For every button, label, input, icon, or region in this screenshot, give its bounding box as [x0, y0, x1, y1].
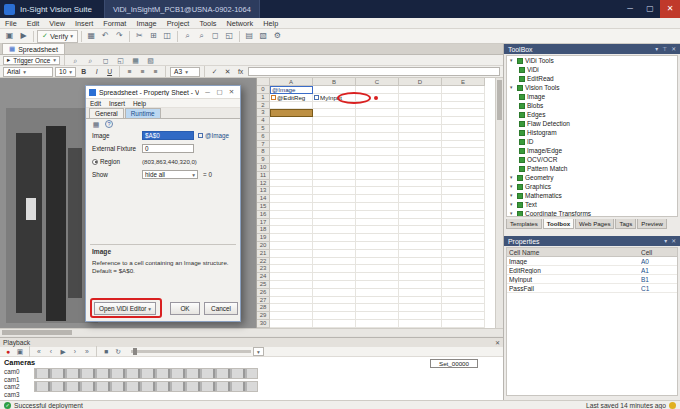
cell-E13[interactable]	[442, 187, 485, 195]
cell-D25[interactable]	[399, 281, 442, 289]
cell-B17[interactable]	[313, 219, 356, 227]
dialog-menu-help[interactable]: Help	[129, 100, 150, 107]
cell-C2[interactable]	[356, 102, 399, 110]
cell-B24[interactable]	[313, 273, 356, 281]
row-header-3[interactable]: 3	[257, 109, 270, 117]
cell-C1[interactable]	[356, 94, 399, 102]
panel-tab-web-pages[interactable]: Web Pages	[575, 219, 614, 229]
cell-B14[interactable]	[313, 195, 356, 203]
cell-D7[interactable]	[399, 141, 442, 149]
grid-vertical-scrollbar[interactable]	[495, 78, 503, 328]
row-header-25[interactable]: 25	[257, 281, 270, 289]
cell-E11[interactable]	[442, 172, 485, 180]
cell-D29[interactable]	[399, 312, 442, 320]
font-family-dropdown[interactable]: Arial▾	[3, 67, 53, 77]
cell-E17[interactable]	[442, 219, 485, 227]
dialog-menu-insert[interactable]: Insert	[105, 100, 129, 107]
row-header-8[interactable]: 8	[257, 148, 270, 156]
column-header-d[interactable]: D	[399, 78, 442, 86]
cell-D12[interactable]	[399, 180, 442, 188]
cell-A13[interactable]	[270, 187, 313, 195]
insert-function-icon[interactable]: ▦	[91, 120, 101, 129]
cell-A14[interactable]	[270, 195, 313, 203]
property-cell-link[interactable]: A1	[641, 267, 675, 274]
cell-D18[interactable]	[399, 226, 442, 234]
menu-format[interactable]: Format	[98, 19, 131, 28]
row-header-9[interactable]: 9	[257, 156, 270, 164]
cell-E18[interactable]	[442, 226, 485, 234]
cell-C14[interactable]	[356, 195, 399, 203]
cell-E15[interactable]	[442, 203, 485, 211]
formula-input[interactable]	[248, 67, 500, 76]
maximize-button[interactable]: ▢	[640, 0, 660, 18]
cell-C11[interactable]	[356, 172, 399, 180]
menu-view[interactable]: View	[44, 19, 70, 28]
bold-button[interactable]: B	[78, 67, 89, 77]
cell-A1[interactable]: @EditReg	[270, 94, 313, 102]
cell-C20[interactable]	[356, 242, 399, 250]
zoom-fit-icon[interactable]: ◻	[209, 30, 222, 42]
trigger-mode-dropdown[interactable]: ▸Trigger Once▾	[3, 56, 60, 65]
cell-B21[interactable]	[313, 250, 356, 258]
cell-A12[interactable]	[270, 180, 313, 188]
slider-thumb[interactable]	[133, 348, 137, 355]
dialog-close-button[interactable]: ✕	[226, 88, 237, 96]
cell-A18[interactable]	[270, 226, 313, 234]
settings-icon[interactable]: ⚙	[271, 30, 284, 42]
properties-panel-header[interactable]: Properties ▾ ✕	[504, 236, 680, 246]
cell-D26[interactable]	[399, 289, 442, 297]
image-reference-link[interactable]: @Image	[198, 132, 229, 139]
underline-button[interactable]: U	[104, 67, 115, 77]
cell-D5[interactable]	[399, 125, 442, 133]
cell-C4[interactable]	[356, 117, 399, 125]
row-header-12[interactable]: 12	[257, 180, 270, 188]
cell-C18[interactable]	[356, 226, 399, 234]
cell-A20[interactable]	[270, 242, 313, 250]
filmstrip-row[interactable]	[34, 368, 258, 379]
align-left-icon[interactable]: ≡	[124, 67, 135, 77]
tab-spreadsheet[interactable]: ▦ Spreadsheet	[2, 43, 65, 54]
menu-tools[interactable]: Tools	[194, 19, 221, 28]
cell-E29[interactable]	[442, 312, 485, 320]
tree-item-coordinate-transforms[interactable]: ▾Coordinate Transforms	[507, 209, 677, 217]
redo-icon[interactable]: ↷	[113, 30, 126, 42]
image-field-value[interactable]: $A$0	[142, 131, 194, 140]
cell-A2[interactable]	[270, 102, 313, 110]
cell-D19[interactable]	[399, 234, 442, 242]
row-header-13[interactable]: 13	[257, 187, 270, 195]
accept-icon[interactable]: ✓	[209, 67, 220, 77]
row-header-30[interactable]: 30	[257, 320, 270, 328]
stop-icon[interactable]: ■	[101, 347, 111, 356]
cell-E16[interactable]	[442, 211, 485, 219]
cell-A22[interactable]	[270, 258, 313, 266]
cell-E8[interactable]	[442, 148, 485, 156]
cell-B3[interactable]	[313, 109, 356, 117]
cell-E26[interactable]	[442, 289, 485, 297]
help-icon[interactable]: ?	[105, 120, 113, 128]
ok-button[interactable]: OK	[170, 302, 200, 315]
cell-C8[interactable]	[356, 148, 399, 156]
row-header-5[interactable]: 5	[257, 125, 270, 133]
cell-B5[interactable]	[313, 125, 356, 133]
cell-B1[interactable]: MyInput	[313, 94, 356, 102]
cell-B26[interactable]	[313, 289, 356, 297]
cell-B6[interactable]	[313, 133, 356, 141]
cancel-button[interactable]: Cancel	[204, 302, 238, 315]
column-header-b[interactable]: B	[313, 78, 356, 86]
verify-button[interactable]: ✓Verify▾	[37, 30, 78, 43]
tree-item-pattern-match[interactable]: Pattern Match	[507, 164, 677, 173]
cell-E10[interactable]	[442, 164, 485, 172]
panel-close-icon[interactable]: ✕	[671, 238, 676, 244]
cell-D16[interactable]	[399, 211, 442, 219]
menu-edit[interactable]: Edit	[22, 19, 45, 28]
dialog-maximize-button[interactable]: ▢	[214, 88, 225, 96]
cell-A9[interactable]	[270, 156, 313, 164]
tree-item-geometry[interactable]: ▾Geometry	[507, 173, 677, 182]
panel-dropdown-icon[interactable]: ▾	[664, 238, 667, 244]
playback-filter-dropdown[interactable]: ▾	[253, 347, 264, 356]
cell-C13[interactable]	[356, 187, 399, 195]
font-size-dropdown[interactable]: 10▾	[55, 67, 76, 77]
cell-B8[interactable]	[313, 148, 356, 156]
copy-icon[interactable]: ⊞	[147, 30, 160, 42]
cell-A19[interactable]	[270, 234, 313, 242]
